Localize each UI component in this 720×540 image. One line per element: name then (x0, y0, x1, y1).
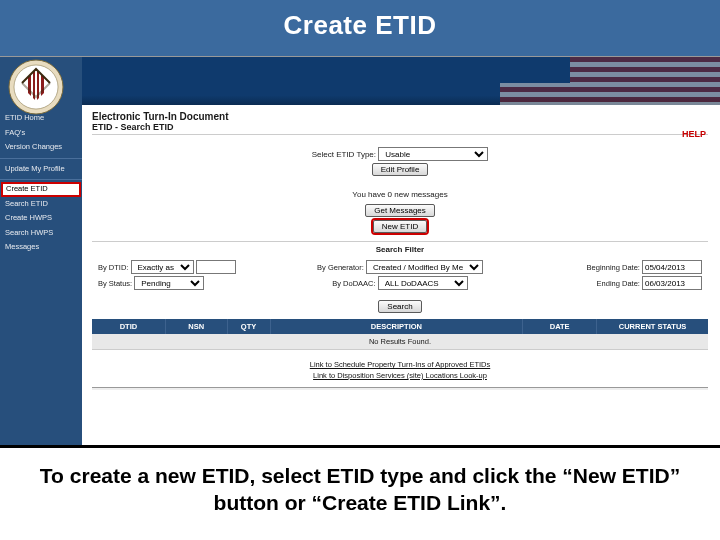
by-status-label: By Status: (98, 279, 132, 288)
slide-title: Create ETID (0, 0, 720, 56)
divider (0, 179, 82, 180)
by-dtid-input[interactable] (196, 260, 236, 274)
col-date: DATE (523, 319, 597, 334)
search-button[interactable]: Search (378, 300, 421, 313)
by-generator-label: By Generator: (317, 263, 364, 272)
end-date-label: Ending Date: (597, 279, 640, 288)
sidebar-item-search-etid[interactable]: Search ETID (0, 197, 82, 212)
col-qty: QTY (228, 319, 271, 334)
select-etid-type[interactable]: Usable (378, 147, 488, 161)
new-etid-button[interactable]: New ETID (373, 220, 427, 233)
sidebar: ETID Home FAQ's Version Changes Update M… (0, 57, 82, 445)
search-filter-heading: Search Filter (92, 241, 708, 254)
sidebar-item-create-etid[interactable]: Create ETID (2, 183, 80, 196)
sidebar-item-search-hwps[interactable]: Search HWPS (0, 226, 82, 241)
divider (0, 158, 82, 159)
results-header-row: DTID NSN QTY DESCRIPTION DATE CURRENT ST… (92, 319, 708, 334)
sidebar-item-messages[interactable]: Messages (0, 240, 82, 255)
sidebar-item-update-profile[interactable]: Update My Profile (0, 162, 82, 177)
by-dodaac-select[interactable]: ALL DoDAACS (378, 276, 468, 290)
main-panel: HELP Electronic Turn-In Document ETID - … (82, 57, 720, 445)
by-dodaac-label: By DoDAAC: (332, 279, 375, 288)
col-dtid: DTID (92, 319, 166, 334)
app-screenshot: Disposition Services Home About Us Publi… (0, 56, 720, 445)
by-dtid-label: By DTID: (98, 263, 128, 272)
begin-date-input[interactable] (642, 260, 702, 274)
link-schedule-turnins[interactable]: Link to Schedule Property Turn-Ins of Ap… (92, 360, 708, 371)
begin-date-label: Beginning Date: (587, 263, 640, 272)
search-filter-grid: By DTID: Exactly as By Status: Pending B… (92, 254, 708, 294)
by-status-select[interactable]: Pending (134, 276, 204, 290)
messages-status: You have 0 new messages (92, 189, 708, 202)
sidebar-item-create-hwps[interactable]: Create HWPS (0, 211, 82, 226)
get-messages-button[interactable]: Get Messages (365, 204, 435, 217)
footer-divider (92, 387, 708, 390)
edit-profile-button[interactable]: Edit Profile (372, 163, 429, 176)
col-nsn: NSN (166, 319, 228, 334)
help-link[interactable]: HELP (682, 129, 706, 139)
col-description: DESCRIPTION (271, 319, 524, 334)
slide-caption: To create a new ETID, select ETID type a… (0, 445, 720, 540)
no-results-row: No Results Found. (92, 334, 708, 350)
by-dtid-mode-select[interactable]: Exactly as (131, 260, 194, 274)
select-etid-type-label: Select ETID Type: (312, 150, 376, 159)
agency-seal-icon (8, 59, 64, 115)
link-locations-lookup[interactable]: Link to Disposition Services (site) Loca… (92, 371, 708, 382)
page-subtitle: ETID - Search ETID (92, 122, 708, 135)
end-date-input[interactable] (642, 276, 702, 290)
col-current-status: CURRENT STATUS (597, 319, 708, 334)
sidebar-item-faqs[interactable]: FAQ's (0, 126, 82, 141)
sidebar-item-version-changes[interactable]: Version Changes (0, 140, 82, 155)
by-generator-select[interactable]: Created / Modified By Me (366, 260, 483, 274)
page-title: Electronic Turn-In Document (92, 111, 708, 122)
